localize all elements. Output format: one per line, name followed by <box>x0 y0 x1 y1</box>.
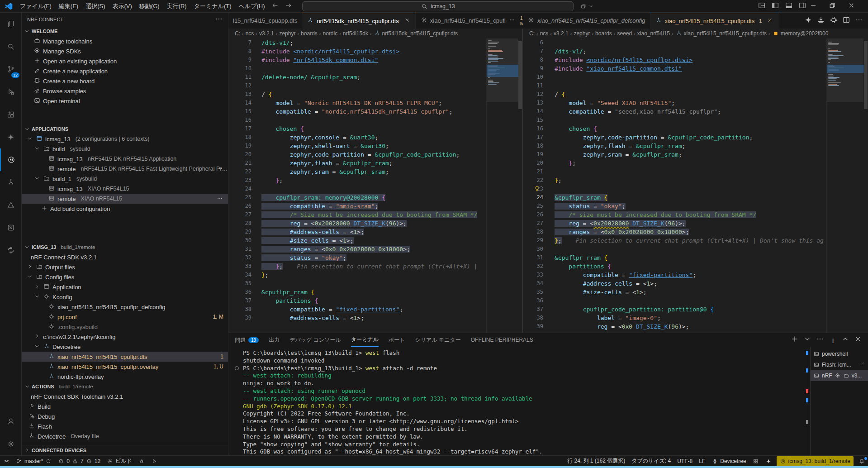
layout1-button[interactable] <box>758 2 765 11</box>
code-line[interactable]: 15 compatible = "nordic,nrf54l15dk_nrf54… <box>228 107 522 116</box>
activity-search[interactable] <box>0 35 22 58</box>
terminal-instance[interactable]: nRFv3... <box>811 370 868 381</box>
panel-action-plus[interactable] <box>791 335 798 344</box>
application-item[interactable]: icmsg_13(2 configurations | 6 contexts) <box>22 134 228 144</box>
tab-close-button[interactable] <box>766 17 773 25</box>
code-line[interactable]: 21 zephyr,flash = &cpuflpr_rram; <box>228 159 522 167</box>
action-build[interactable]: Build <box>22 401 228 411</box>
config-item[interactable]: xiao_nrf54l15_nrf54l15_cpuflpr_defconfig <box>22 302 228 312</box>
code-line[interactable]: 28 reg = <0x20028000 DT_SIZE_K(96)>; <box>228 219 522 228</box>
code-line[interactable]: 16 chosen { <box>523 124 868 133</box>
activity-linter[interactable] <box>0 194 22 216</box>
config-item[interactable]: xiao_nrf54l15_nrf54l15_cpuflpr.overlay1,… <box>22 362 228 372</box>
breadcrumb-symbol[interactable]: memory@2002f000 <box>781 30 829 37</box>
breadcrumb-segment[interactable]: ncs <box>246 30 254 37</box>
panel-tab-ターミナル[interactable]: ターミナル <box>351 333 379 347</box>
activity-settings[interactable] <box>0 433 22 455</box>
panel-action-more[interactable] <box>816 335 824 344</box>
panel-action-close[interactable] <box>854 335 862 344</box>
application-item[interactable]: icmsg_13nRF54l15 DK nRF54l15 Application <box>22 154 228 164</box>
code-line[interactable]: 11/delete-node/ &cpuflpr_sram; <box>228 73 522 81</box>
code-line[interactable]: 29 #address-cells = <1>; <box>228 228 522 236</box>
code-line[interactable]: 23 }; <box>228 176 522 185</box>
code-line[interactable]: 24&cpuflpr_sram { <box>523 193 868 202</box>
code-editor[interactable]: 67/dts-v1/;8#include <nordic/nrf54l15_cp… <box>523 38 868 333</box>
code-line[interactable]: 12/ { <box>523 90 868 99</box>
config-item[interactable]: Kconfig <box>22 292 228 302</box>
code-line[interactable]: 21 <box>523 167 868 176</box>
activity-run-and-debug[interactable] <box>0 81 22 103</box>
welcome-item[interactable]: Open terminal <box>22 96 228 106</box>
terminal-output[interactable]: PS C:\boards\test\icmsg_13\build_1> west… <box>228 347 810 455</box>
editor-tab[interactable]: xiao_nrf54l15_nrf54l15_cpuflpr_defconfig <box>523 13 650 29</box>
code-line[interactable]: 37 partitions { <box>228 296 522 305</box>
editor-action-more[interactable] <box>855 16 863 25</box>
menu-item[interactable]: 移動(G) <box>136 0 163 13</box>
code-line[interactable]: 32 partitions { <box>523 262 868 271</box>
breadcrumb-segment[interactable]: C: <box>529 30 535 37</box>
panel-tab-デバッグ コンソール[interactable]: デバッグ コンソール <box>289 333 341 347</box>
code-line[interactable]: 26 /* size must be increased due to boot… <box>523 210 868 219</box>
breadcrumb-segment[interactable]: boards <box>595 30 612 37</box>
config-item[interactable]: xiao_nrf54l15_nrf54l15_cpuflpr.dts1 <box>22 352 228 362</box>
code-line[interactable]: 14 compatible = "seeed,xiao-nrf54l15-cpu… <box>523 107 868 116</box>
code-line[interactable]: 25 status = "okay"; <box>523 202 868 210</box>
editor-action-sparkle[interactable] <box>805 16 812 25</box>
activity-source-control[interactable]: 12 <box>0 58 22 81</box>
status-encoding[interactable]: UTF-8 <box>674 456 696 466</box>
editor-action-chip[interactable] <box>830 16 837 25</box>
code-line[interactable]: 25 cpuflpr_sram: memory@20028000 { <box>228 193 522 202</box>
code-line[interactable]: 24 <box>228 185 522 193</box>
breadcrumb-file[interactable]: nrf54l15dk_nrf54l15_cpuflpr.dts <box>382 30 458 37</box>
status-git-branch[interactable]: master* <box>13 456 55 466</box>
code-line[interactable]: 11 <box>523 81 868 90</box>
editor-tab[interactable]: nrf54l15dk_nrf54l15_cpuflpr.dts <box>302 13 415 29</box>
section-header-connected-devices[interactable]: CONNECTED DEVICES <box>22 445 228 455</box>
menu-item[interactable]: ヘルプ(H) <box>235 0 269 13</box>
status-copilot[interactable] <box>762 456 775 466</box>
config-item[interactable]: prj.conf1, M <box>22 312 228 322</box>
editor-action-split[interactable] <box>843 16 850 25</box>
code-line[interactable]: 10 <box>228 64 522 73</box>
welcome-item[interactable]: Open an existing application <box>22 56 228 66</box>
layout2-button[interactable] <box>772 2 779 11</box>
code-line[interactable]: 18 zephyr,console = &uart30; <box>228 133 522 142</box>
code-line[interactable]: 13/ { <box>228 90 522 99</box>
restore-button[interactable] <box>829 2 836 11</box>
code-line[interactable]: 17 chosen { <box>228 124 522 133</box>
editor-tab[interactable]: l15_nrf54l15_cpuapp.dts <box>228 13 302 29</box>
code-line[interactable]: 27 reg = <0x20028000 DT_SIZE_K(96)>; <box>523 219 868 228</box>
action-debug[interactable]: Debug <box>22 411 228 421</box>
code-line[interactable]: 31&cpuflpr_rram { <box>523 253 868 262</box>
code-line[interactable]: 29}; Pin selection to current chat promp… <box>523 236 868 245</box>
code-line[interactable]: 20 }; <box>523 159 868 167</box>
breadcrumb-segment[interactable]: seeed <box>617 30 632 37</box>
panel-tab-出力[interactable]: 出力 <box>269 333 280 347</box>
code-line[interactable]: 34 #address-cells = <1>; <box>523 279 868 288</box>
status-board-status[interactable] <box>749 456 762 466</box>
minimize-button[interactable] <box>810 2 817 11</box>
minimap[interactable] <box>486 38 518 333</box>
welcome-item[interactable]: Manage SDKs <box>22 46 228 56</box>
code-line[interactable]: 8#include <nordic/nrf54l15_cpuflpr.dtsi> <box>228 47 522 56</box>
status-debug-task[interactable] <box>135 456 148 466</box>
welcome-item[interactable]: Manage toolchains <box>22 36 228 46</box>
breadcrumb-segment[interactable]: v3.2.1 <box>554 30 569 37</box>
section-header-actions[interactable]: ACTIONSbuild_1/remote <box>22 382 228 392</box>
code-line[interactable]: 8#include <nordic/nrf54l15_cpuflpr.dtsi> <box>523 56 868 64</box>
welcome-item[interactable]: Browse samples <box>22 86 228 96</box>
menu-item[interactable]: ファイル(F) <box>16 0 55 13</box>
panel-action-chevD[interactable] <box>804 335 811 344</box>
code-line[interactable]: 23 <box>523 185 868 193</box>
minimap[interactable] <box>826 38 863 333</box>
config-item[interactable]: Output files <box>22 262 228 272</box>
activity-devicetree-viewer[interactable] <box>0 171 22 194</box>
section-header-icmsg-13[interactable]: ICMSG_13build_1/remote <box>22 242 228 252</box>
breadcrumb-segment[interactable]: nordic <box>323 30 337 37</box>
config-item[interactable]: .config.sysbuild <box>22 322 228 332</box>
breadcrumb-segment[interactable]: zephyr <box>574 30 590 37</box>
menu-item[interactable]: 表示(V) <box>109 0 136 13</box>
status-problems[interactable]: 0712 <box>55 456 104 466</box>
code-line[interactable]: 18 zephyr,flash = &cpuflpr_rram; <box>523 142 868 150</box>
code-line[interactable]: 10 <box>523 73 868 81</box>
